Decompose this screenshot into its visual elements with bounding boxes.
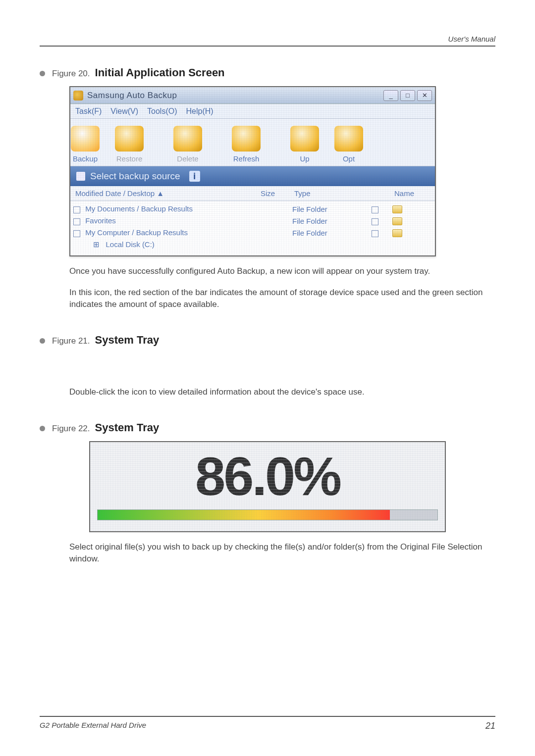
toolbar: Backup Restore Delete Refresh Up Opt <box>70 119 435 166</box>
figure-20-para2: In this icon, the red section of the bar… <box>69 287 495 311</box>
col-type[interactable]: Type <box>292 189 372 198</box>
toolbar-up[interactable]: Up <box>275 119 334 166</box>
folder-icon <box>392 217 402 225</box>
checkbox[interactable] <box>372 218 378 225</box>
section-header: Select backup source i <box>70 166 435 186</box>
menu-view[interactable]: View(V) <box>110 107 138 116</box>
toolbar-refresh-label: Refresh <box>233 154 260 163</box>
bullet-icon <box>40 338 45 344</box>
row-label: My Documents <box>85 204 135 213</box>
figure-21-para: Double-click the icon to view detailed i… <box>69 386 495 399</box>
figure-22-title: System Tray <box>95 421 160 434</box>
restore-icon <box>115 126 144 151</box>
info-icon[interactable]: i <box>189 171 200 182</box>
footer-product: G2 Portable External Hard Drive <box>40 721 146 731</box>
figure-21-title: System Tray <box>95 334 160 347</box>
toolbar-delete-label: Delete <box>177 154 198 163</box>
window-title: Samsung Auto Backup <box>87 91 381 101</box>
app-icon <box>73 91 83 101</box>
toolbar-restore-label: Restore <box>116 154 143 163</box>
option-icon <box>334 126 363 151</box>
row-type: File Folder <box>292 217 372 225</box>
menu-tools[interactable]: Tools(O) <box>147 107 177 116</box>
list-item[interactable]: ⊞ Local Disk (C:) <box>73 239 432 251</box>
toolbar-refresh[interactable]: Refresh <box>217 119 275 166</box>
close-button[interactable]: ✕ <box>417 90 432 101</box>
toolbar-up-label: Up <box>300 154 309 163</box>
figure-21-heading: Figure 21. System Tray <box>40 334 495 347</box>
toolbar-delete[interactable]: Delete <box>159 119 217 166</box>
bullet-icon <box>40 426 45 431</box>
row-label: My Computer <box>85 228 130 237</box>
menubar: Task(F) View(V) Tools(O) Help(H) <box>70 104 435 119</box>
section-title: Select backup source <box>90 171 180 182</box>
figure-22-label: Figure 22. <box>52 424 90 434</box>
col-size[interactable]: Size <box>259 189 292 198</box>
figure-22-heading: Figure 22. System Tray <box>40 421 495 434</box>
app-window: Samsung Auto Backup _ □ ✕ Task(F) View(V… <box>69 86 436 256</box>
refresh-icon <box>232 126 261 151</box>
bullet-icon <box>40 71 45 76</box>
percent-value: 86.0% <box>90 449 445 504</box>
toolbar-backup[interactable]: Backup <box>70 119 100 166</box>
toolbar-option[interactable]: Opt <box>334 119 364 166</box>
list-item[interactable]: My Computer / Backup Results File Folder <box>73 227 432 239</box>
figure-22-para: Select original file(s) you wish to back… <box>69 541 495 565</box>
col-modified[interactable]: Modified Date / Desktop ▲ <box>73 189 259 198</box>
maximize-button[interactable]: □ <box>400 90 415 101</box>
checkbox[interactable] <box>73 206 80 213</box>
list-item[interactable]: Favorites File Folder <box>73 215 432 227</box>
row-label: Favorites <box>85 216 116 225</box>
list-item[interactable]: My Documents / Backup Results File Folde… <box>73 203 432 215</box>
tray-widget: 86.0% <box>89 441 446 532</box>
page-header: User's Manual <box>40 35 495 47</box>
col-name[interactable]: Name <box>392 189 432 198</box>
usage-bar <box>97 509 438 520</box>
up-icon <box>290 126 319 151</box>
checkbox[interactable] <box>372 230 378 237</box>
toolbar-option-label: Opt <box>343 154 355 163</box>
menu-task[interactable]: Task(F) <box>75 107 102 116</box>
minimize-button[interactable]: _ <box>383 90 398 101</box>
figure-21-label: Figure 21. <box>52 336 90 346</box>
figure-20-heading: Figure 20. Initial Application Screen <box>40 66 495 79</box>
usage-bar-fill <box>98 510 390 520</box>
row-label: Local Disk (C:) <box>106 240 155 249</box>
checkbox[interactable] <box>73 218 80 225</box>
checkbox[interactable] <box>372 206 378 213</box>
checkbox[interactable] <box>73 230 80 237</box>
toolbar-restore[interactable]: Restore <box>100 119 159 166</box>
figure-20-title: Initial Application Screen <box>95 66 225 79</box>
header-label: User's Manual <box>448 35 495 43</box>
figure-20-para1: Once you have successfully configured Au… <box>69 265 495 278</box>
delete-icon <box>173 126 202 151</box>
backup-icon <box>71 126 100 151</box>
row-type: File Folder <box>292 205 372 213</box>
footer-page: 21 <box>485 721 495 731</box>
file-list: My Documents / Backup Results File Folde… <box>70 201 435 255</box>
figure-20-label: Figure 20. <box>52 69 90 79</box>
row-type: File Folder <box>292 229 372 237</box>
folder-icon <box>392 205 402 213</box>
column-headers: Modified Date / Desktop ▲ Size Type Name <box>70 186 435 201</box>
page-footer: G2 Portable External Hard Drive 21 <box>40 716 495 731</box>
menu-help[interactable]: Help(H) <box>186 107 214 116</box>
folder-icon <box>392 229 402 237</box>
tree-icon <box>76 172 85 181</box>
titlebar: Samsung Auto Backup _ □ ✕ <box>70 87 435 104</box>
toolbar-backup-label: Backup <box>73 154 98 163</box>
